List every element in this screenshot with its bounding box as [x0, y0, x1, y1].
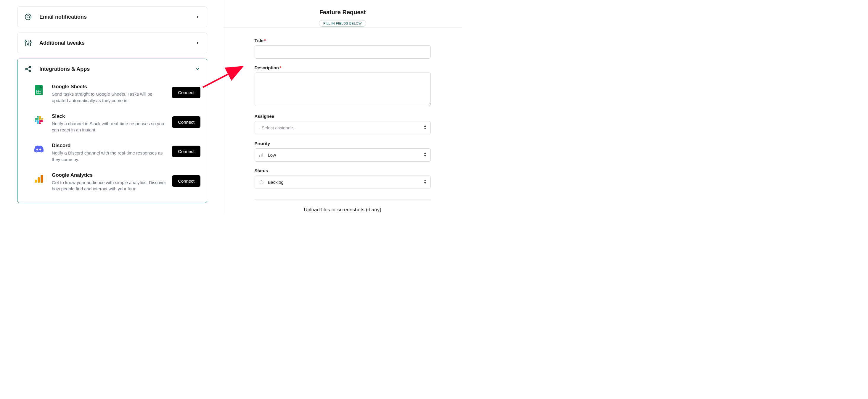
- integration-desc: Get to know your audience with simple an…: [52, 179, 167, 192]
- field-assignee: Assignee - Select assignee -: [255, 114, 431, 134]
- integration-desc: Send tasks straight to Google Sheets. Ta…: [52, 91, 167, 104]
- svg-line-11: [27, 69, 30, 70]
- chevron-right-icon: [194, 14, 200, 20]
- card-title: Additional tweaks: [39, 40, 194, 46]
- at-sign-icon: [24, 13, 32, 21]
- google-analytics-icon: [34, 174, 43, 184]
- upload-hint: Upload files or screenshots (if any): [255, 200, 431, 213]
- svg-point-0: [27, 16, 29, 18]
- card-additional-tweaks[interactable]: Additional tweaks: [17, 33, 207, 53]
- required-mark: *: [264, 38, 266, 43]
- settings-left-panel: Email notifications Additional tweaks: [17, 6, 207, 208]
- form-header: Feature Request FILL IN FIELDS BELOW: [223, 0, 462, 16]
- share-nodes-icon: [24, 65, 32, 73]
- card-header-tweaks[interactable]: Additional tweaks: [18, 33, 207, 53]
- integration-body: Google Analytics Get to know your audien…: [52, 172, 172, 192]
- priority-label: Priority: [255, 141, 431, 146]
- required-mark: *: [279, 65, 281, 70]
- connect-button[interactable]: Connect: [172, 175, 200, 187]
- form-title: Feature Request: [223, 9, 462, 16]
- svg-point-7: [26, 68, 27, 70]
- connect-button[interactable]: Connect: [172, 116, 200, 128]
- field-title: Title*: [255, 38, 431, 59]
- integration-body: Slack Notify a channel in Slack with rea…: [52, 113, 172, 133]
- card-header-email[interactable]: Email notifications: [18, 7, 207, 27]
- sliders-icon: [24, 39, 32, 47]
- svg-point-9: [29, 70, 31, 72]
- field-priority: Priority Low: [255, 141, 431, 162]
- integration-desc: Notify a channel in Slack with real-time…: [52, 120, 167, 133]
- integration-list: Google Sheets Send tasks straight to Goo…: [18, 79, 207, 203]
- svg-point-4: [28, 43, 29, 45]
- svg-point-8: [29, 66, 31, 68]
- discord-icon: [34, 145, 43, 154]
- chevron-right-icon: [194, 40, 200, 46]
- priority-select[interactable]: Low: [255, 148, 431, 162]
- description-label: Description*: [255, 65, 431, 70]
- integration-discord: Discord Notify a Discord channel with th…: [24, 138, 200, 167]
- card-integrations: Integrations & Apps Google Sheets Send t…: [17, 59, 207, 203]
- title-label: Title*: [255, 38, 431, 43]
- card-title: Integrations & Apps: [39, 66, 194, 72]
- connect-button[interactable]: Connect: [172, 87, 200, 98]
- integration-title: Google Analytics: [52, 172, 167, 178]
- field-status: Status Backlog: [255, 168, 431, 189]
- integration-google-analytics: Google Analytics Get to know your audien…: [24, 167, 200, 197]
- connect-button[interactable]: Connect: [172, 146, 200, 157]
- card-header-integrations[interactable]: Integrations & Apps: [18, 59, 207, 79]
- integration-title: Discord: [52, 143, 167, 149]
- form-badge: FILL IN FIELDS BELOW: [319, 20, 366, 27]
- form-preview-panel: Feature Request FILL IN FIELDS BELOW Tit…: [223, 0, 462, 213]
- status-label: Status: [255, 168, 431, 173]
- field-description: Description*: [255, 65, 431, 107]
- slack-icon: [34, 115, 43, 125]
- svg-point-2: [25, 41, 27, 42]
- description-input[interactable]: [255, 72, 431, 106]
- integration-title: Google Sheets: [52, 84, 167, 90]
- svg-line-10: [27, 67, 30, 69]
- card-title: Email notifications: [39, 14, 194, 20]
- status-select[interactable]: Backlog: [255, 176, 431, 189]
- assignee-select[interactable]: - Select assignee -: [255, 121, 431, 134]
- integration-body: Discord Notify a Discord channel with th…: [52, 143, 172, 163]
- integration-title: Slack: [52, 113, 167, 119]
- card-email-notifications[interactable]: Email notifications: [17, 6, 207, 27]
- integration-body: Google Sheets Send tasks straight to Goo…: [52, 84, 172, 104]
- assignee-label: Assignee: [255, 114, 431, 119]
- title-input[interactable]: [255, 45, 431, 59]
- svg-point-6: [30, 41, 31, 43]
- integration-desc: Notify a Discord channel with the real-t…: [52, 150, 167, 163]
- integration-slack: Slack Notify a channel in Slack with rea…: [24, 109, 200, 138]
- integration-google-sheets: Google Sheets Send tasks straight to Goo…: [24, 79, 200, 109]
- form-body: Title* Description* Assignee - Select as…: [255, 28, 431, 213]
- google-sheets-icon: [34, 86, 43, 95]
- chevron-down-icon: [194, 66, 200, 72]
